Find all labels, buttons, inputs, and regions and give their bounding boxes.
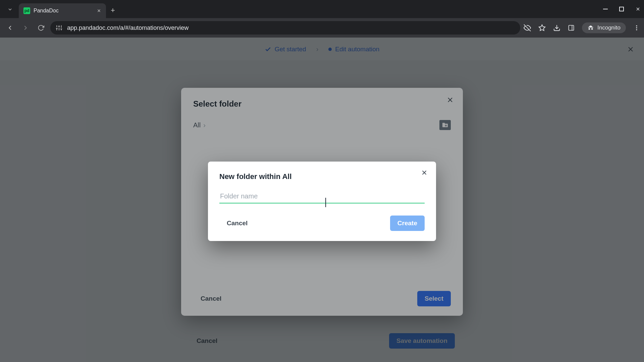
window-controls bbox=[603, 0, 641, 18]
toolbar-right: Incognito bbox=[524, 22, 640, 33]
download-icon[interactable] bbox=[553, 24, 560, 32]
new-folder-title: New folder within All bbox=[219, 172, 425, 181]
sidepanel-icon[interactable] bbox=[568, 24, 575, 31]
browser-tab[interactable]: pd PandaDoc bbox=[19, 3, 106, 18]
minimize-icon[interactable] bbox=[603, 7, 608, 11]
new-folder-dialog: New folder within All Cancel Create bbox=[208, 162, 436, 241]
star-icon[interactable] bbox=[538, 24, 546, 32]
url-text: app.pandadoc.com/a/#/automations/overvie… bbox=[67, 24, 189, 32]
tab-search-button[interactable] bbox=[3, 3, 17, 16]
address-bar: app.pandadoc.com/a/#/automations/overvie… bbox=[0, 18, 644, 38]
new-folder-cancel-button[interactable]: Cancel bbox=[219, 216, 255, 231]
svg-rect-3 bbox=[620, 7, 624, 11]
close-tab-icon[interactable] bbox=[97, 8, 101, 13]
svg-point-21 bbox=[636, 27, 637, 28]
new-folder-actions: Cancel Create bbox=[219, 216, 425, 231]
eye-off-icon[interactable] bbox=[524, 24, 531, 32]
new-tab-button[interactable]: + bbox=[111, 6, 115, 15]
reload-button[interactable] bbox=[35, 22, 47, 34]
text-caret bbox=[325, 198, 326, 207]
maximize-icon[interactable] bbox=[619, 7, 624, 11]
svg-point-20 bbox=[636, 25, 637, 26]
new-folder-create-button[interactable]: Create bbox=[390, 216, 425, 231]
omnibox[interactable]: app.pandadoc.com/a/#/automations/overvie… bbox=[50, 21, 520, 35]
tab-favicon: pd bbox=[23, 7, 30, 14]
forward-button[interactable] bbox=[19, 22, 32, 34]
browser-window: pd PandaDoc + app.pandadoc.com/a/#/a bbox=[0, 0, 644, 362]
tab-strip: pd PandaDoc + bbox=[0, 0, 644, 18]
page-content: Get started › Edit automation Cancel Sav… bbox=[0, 38, 644, 362]
new-folder-close-button[interactable] bbox=[421, 169, 428, 176]
back-button[interactable] bbox=[4, 22, 16, 34]
folder-name-input[interactable] bbox=[219, 190, 425, 203]
site-settings-icon[interactable] bbox=[56, 24, 62, 31]
incognito-chip[interactable]: Incognito bbox=[582, 22, 626, 33]
close-icon[interactable] bbox=[635, 6, 641, 12]
svg-point-22 bbox=[636, 29, 637, 30]
svg-marker-16 bbox=[539, 25, 545, 31]
svg-rect-18 bbox=[569, 25, 574, 31]
incognito-label: Incognito bbox=[597, 24, 621, 31]
kebab-menu-icon[interactable] bbox=[633, 24, 640, 31]
svg-rect-2 bbox=[603, 9, 608, 9]
tab-title: PandaDoc bbox=[34, 8, 59, 14]
